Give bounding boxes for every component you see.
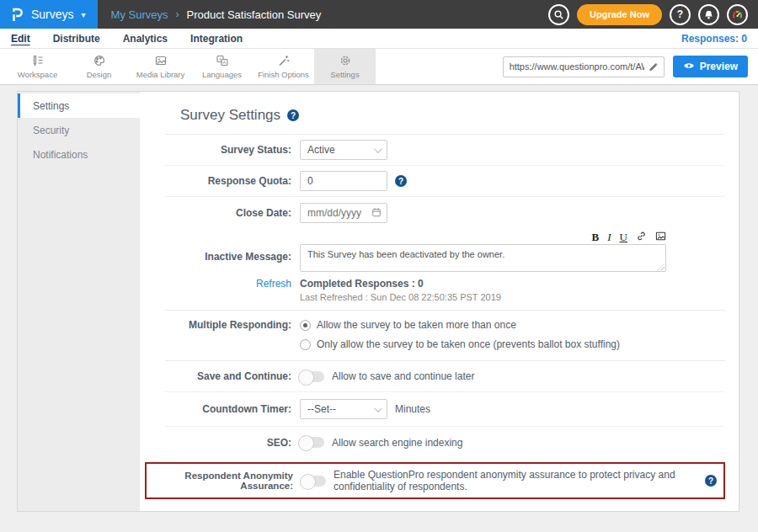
settings-sidebar: Settings Security Notifications (18, 92, 140, 511)
completed-responses-text: Completed Responses : 0 (300, 278, 501, 290)
chevron-down-icon (374, 145, 382, 153)
survey-status-select[interactable]: Active (300, 140, 387, 160)
svg-text:A: A (222, 60, 226, 65)
multiple-responding-row: Multiple Responding: Allow the survey to… (165, 311, 725, 361)
radio-unselected-icon[interactable] (300, 339, 311, 350)
sidebar-item-settings[interactable]: Settings (18, 93, 140, 118)
close-date-row: Close Date: (165, 197, 725, 228)
settings-main-panel: Survey Settings ? Survey Status: Active … (140, 92, 739, 511)
tab-analytics[interactable]: Analytics (123, 33, 168, 45)
survey-tab-bar: Edit Distribute Analytics Integration Re… (0, 29, 758, 48)
finish-options-wand-icon (277, 54, 291, 67)
usage-gauge-icon[interactable] (727, 4, 748, 25)
seo-label: SEO: (165, 437, 291, 449)
ribbon-item-media-library[interactable]: Media Library (130, 49, 191, 84)
sidebar-item-security[interactable]: Security (18, 118, 140, 142)
survey-url-input[interactable] (510, 61, 644, 72)
breadcrumb-current-survey: Product Satisfaction Survey (187, 8, 322, 21)
questionpro-logo-icon (10, 8, 24, 22)
tab-distribute[interactable]: Distribute (53, 33, 100, 45)
ribbon-item-settings[interactable]: Settings (314, 49, 376, 84)
product-name: Surveys (31, 8, 74, 21)
response-quota-input[interactable] (300, 171, 387, 191)
inactive-message-block: B I U Inactive Message: This Survey has … (165, 228, 725, 311)
languages-icon: xA (216, 54, 229, 67)
insert-link-icon[interactable] (636, 230, 647, 245)
survey-settings-help-icon[interactable]: ? (287, 109, 299, 121)
app-menu[interactable]: Surveys ▾ (0, 0, 98, 29)
responses-count: Responses: 0 (681, 33, 747, 45)
top-header-bar: Surveys ▾ My Surveys › Product Satisfact… (0, 0, 758, 29)
settings-gear-icon (339, 54, 352, 67)
seo-row: SEO: Allow search engine indexing (165, 427, 725, 458)
radio-selected-icon[interactable] (300, 320, 311, 331)
survey-status-row: Survey Status: Active (165, 135, 725, 166)
save-row: Save Changes (165, 503, 725, 512)
last-refreshed-text: Last Refreshed : Sun Dec 08 22:50:35 PST… (300, 292, 501, 302)
save-and-continue-row: Save and Continue: Allow to save and con… (165, 361, 725, 392)
survey-url-box (503, 56, 665, 77)
sidebar-item-notifications[interactable]: Notifications (18, 142, 140, 167)
notifications-bell-icon[interactable] (698, 4, 719, 25)
save-and-continue-label: Save and Continue: (165, 370, 291, 382)
response-quota-help-icon[interactable]: ? (395, 175, 407, 187)
settings-card: Settings Security Notifications Survey S… (17, 91, 739, 512)
countdown-timer-row: Countdown Timer: --Set-- Minutes (165, 392, 725, 427)
svg-text:x: x (218, 56, 221, 61)
radio-allow-once[interactable]: Only allow the survey to be taken once (… (300, 338, 620, 350)
breadcrumb: My Surveys › Product Satisfaction Survey (111, 8, 322, 21)
tab-edit[interactable]: Edit (11, 33, 30, 45)
edit-ribbon: Workspace Design Media Library xA Langua… (0, 48, 758, 85)
close-date-label: Close Date: (165, 207, 291, 219)
ribbon-item-workspace[interactable]: Workspace (7, 49, 68, 84)
breadcrumb-separator: › (176, 8, 179, 20)
breadcrumb-my-surveys[interactable]: My Surveys (111, 8, 168, 21)
response-quota-row: Response Quota: ? (165, 166, 725, 197)
italic-button[interactable]: I (607, 231, 611, 242)
close-date-field (300, 203, 387, 223)
respondent-anonymity-toggle[interactable] (302, 476, 326, 487)
formatting-toolbar: B I U (300, 230, 666, 244)
anonymity-help-icon[interactable]: ? (705, 475, 717, 487)
countdown-timer-label: Countdown Timer: (165, 403, 291, 415)
minutes-suffix: Minutes (395, 403, 430, 415)
tab-integration[interactable]: Integration (190, 33, 243, 45)
eye-icon (683, 61, 695, 72)
ribbon-item-design[interactable]: Design (68, 49, 130, 84)
search-icon[interactable] (548, 4, 569, 25)
underline-button[interactable]: U (620, 231, 627, 242)
save-and-continue-toggle[interactable] (300, 371, 324, 382)
edit-url-pencil-icon[interactable] (649, 59, 658, 74)
upgrade-now-button[interactable]: Upgrade Now (577, 4, 662, 25)
refresh-link[interactable]: Refresh (165, 278, 291, 290)
multiple-responding-label: Multiple Responding: (165, 319, 291, 331)
chevron-down-icon: ▾ (82, 10, 86, 19)
media-library-icon (154, 54, 168, 67)
design-palette-icon (93, 54, 106, 67)
calendar-icon[interactable] (371, 205, 382, 221)
respondent-anonymity-row-highlight: Respondent Anonymity Assurance: Enable Q… (145, 462, 725, 499)
header-actions: Upgrade Now ? (548, 4, 758, 25)
seo-toggle[interactable] (300, 437, 324, 448)
ribbon-item-languages[interactable]: xA Languages (191, 49, 253, 84)
preview-button[interactable]: Preview (673, 56, 748, 77)
ribbon-right-actions: Preview (503, 49, 758, 84)
workspace-icon (31, 54, 45, 67)
respondent-anonymity-label: Respondent Anonymity Assurance: (147, 471, 293, 491)
insert-image-icon[interactable] (655, 230, 666, 245)
close-date-input[interactable] (307, 207, 368, 219)
inactive-message-textarea[interactable]: This Survey has been deactivated by the … (300, 244, 666, 272)
page-title: Survey Settings (180, 107, 280, 124)
survey-status-label: Survey Status: (165, 144, 291, 156)
countdown-timer-select[interactable]: --Set-- (300, 399, 387, 419)
page-title-row: Survey Settings ? (165, 98, 725, 135)
response-quota-label: Response Quota: (165, 175, 291, 187)
chevron-down-icon (374, 404, 382, 412)
inactive-message-label: Inactive Message: (165, 244, 291, 263)
help-icon[interactable]: ? (670, 4, 691, 25)
radio-allow-multiple[interactable]: Allow the survey to be taken more than o… (300, 319, 620, 331)
ribbon-item-finish-options[interactable]: Finish Options (253, 49, 314, 84)
bold-button[interactable]: B (592, 231, 600, 242)
